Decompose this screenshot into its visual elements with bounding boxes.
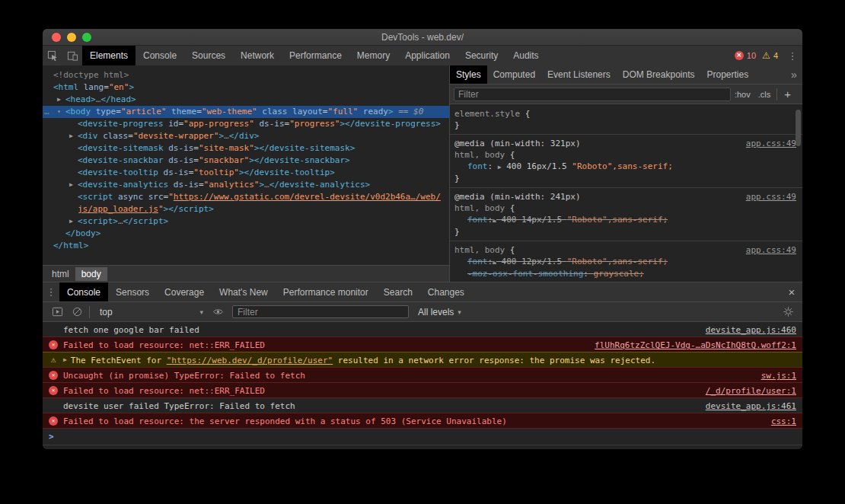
dom-tree-row[interactable]: js/app_loader.js"></script>	[43, 203, 449, 215]
css-property[interactable]: font:▶ 400 14px/1.5 "Roboto",sans-serif;	[454, 214, 789, 226]
new-style-rule-button[interactable]: +	[780, 88, 799, 100]
drawer-tab-sensors[interactable]: Sensors	[108, 282, 157, 301]
console-prompt[interactable]: >	[43, 429, 802, 445]
scrollbar-thumb[interactable]	[796, 110, 801, 146]
tab-sources[interactable]: Sources	[184, 46, 233, 65]
console-message[interactable]: ✕Failed to load resource: the server res…	[43, 413, 802, 429]
message-icon-spacer	[49, 401, 58, 410]
dom-tree-row[interactable]: <devsite-snackbar ds-is="snackbar"></dev…	[43, 155, 449, 167]
dom-tree-row[interactable]: <html lang="en">	[43, 81, 449, 94]
css-property[interactable]: font:▶ 400 12px/1.5 "Roboto",sans-serif;	[454, 256, 789, 268]
more-tabs-icon[interactable]: »	[786, 65, 802, 84]
window-titlebar[interactable]: DevTools - web.dev/	[43, 29, 802, 46]
close-window-button[interactable]	[52, 33, 61, 42]
sidebar-tab-styles[interactable]: Styles	[450, 65, 487, 84]
dom-tree-row[interactable]: <devsite-progress id="app-progress" ds-i…	[43, 118, 449, 130]
expand-arrow-icon[interactable]: ▾	[57, 106, 61, 118]
dom-tree-row[interactable]: <!doctype html>	[43, 69, 449, 81]
sidebar-tab-dom-breakpoints[interactable]: DOM Breakpoints	[617, 65, 701, 84]
expand-arrow-icon[interactable]: ▶	[69, 215, 73, 228]
style-rule: app.css:49@media (min-width: 321px)html,…	[450, 135, 802, 188]
tab-security[interactable]: Security	[458, 46, 505, 65]
error-count-badge[interactable]: ✕ 10	[735, 51, 756, 60]
source-location-link[interactable]: css:1	[771, 416, 796, 426]
expand-arrow-icon[interactable]: ▶	[69, 179, 73, 191]
drawer-tab-console[interactable]: Console	[59, 282, 108, 301]
dom-tree-row[interactable]: ▶<devsite-analytics ds-is="analytics">…<…	[43, 179, 449, 191]
clear-console-icon[interactable]	[67, 306, 87, 317]
rule-selector[interactable]: html, body {	[454, 244, 789, 256]
styles-filter-input[interactable]	[454, 88, 731, 101]
source-location-link[interactable]: sw.js:1	[761, 370, 796, 381]
console-message[interactable]: ✕Failed to load resource: net::ERR_FAILE…	[43, 337, 802, 352]
dom-tree-row[interactable]: ▶<div class="devsite-wrapper">…</div>	[43, 130, 449, 142]
element-classes-toggle[interactable]: .cls	[754, 90, 775, 99]
pseudo-state-toggle[interactable]: :hov	[731, 90, 754, 99]
execution-context-select[interactable]: top ▾	[95, 307, 208, 317]
expand-arrow-icon[interactable]: ▶	[63, 356, 67, 363]
sidebar-tab-computed[interactable]: Computed	[487, 65, 541, 84]
css-property[interactable]: -moz-osx-font-smoothing: grayscale;	[454, 268, 789, 279]
tab-console[interactable]: Console	[136, 46, 184, 65]
more-options-icon[interactable]: ⋮	[784, 50, 801, 62]
expand-arrow-icon[interactable]: ▶	[69, 130, 73, 142]
drawer-tab-changes[interactable]: Changes	[420, 282, 472, 301]
rule-selector[interactable]: html, body {	[454, 203, 789, 214]
source-location-link[interactable]: flUhRq6tzZclQEJ-Vdg-…aDsNcIhQ8tQ.woff2:1	[595, 340, 796, 350]
drawer-tab-performance-monitor[interactable]: Performance monitor	[276, 282, 376, 301]
zoom-window-button[interactable]	[82, 33, 91, 42]
error-count: 10	[747, 51, 756, 60]
stylesheet-link[interactable]: app.css:49	[746, 191, 796, 203]
sidebar-tab-properties[interactable]: Properties	[700, 65, 754, 84]
stylesheet-link[interactable]: app.css:49	[746, 244, 796, 256]
rule-selector[interactable]: element.style {	[454, 108, 789, 120]
css-property[interactable]: font: ▶ 400 16px/1.5 "Roboto",sans-serif…	[454, 161, 789, 173]
source-location-link[interactable]: /_d/profile/user:1	[706, 385, 796, 396]
drawer-tab-search[interactable]: Search	[376, 282, 420, 301]
console-filter-input[interactable]	[232, 305, 409, 318]
minimize-window-button[interactable]	[67, 33, 76, 42]
source-location-link[interactable]: devsite_app.js:460	[706, 324, 796, 335]
breadcrumb-item-html[interactable]: html	[46, 267, 75, 281]
rule-selector[interactable]: html, body {	[454, 149, 789, 161]
source-location-link[interactable]: devsite_app.js:461	[706, 400, 796, 411]
drawer-tab-what-s-new[interactable]: What's New	[212, 282, 276, 301]
warning-count-badge[interactable]: ⚠ 4	[762, 51, 778, 60]
device-toolbar-icon[interactable]	[62, 46, 82, 65]
stylesheet-link[interactable]: app.css:49	[746, 138, 796, 149]
dom-tree-row[interactable]: ▶<head>…</head>	[43, 94, 449, 106]
tab-performance[interactable]: Performance	[282, 46, 349, 65]
dom-tree-row[interactable]: </body>	[43, 228, 449, 240]
dom-tree-row[interactable]: ▶<script>…</script>	[43, 215, 449, 228]
console-message[interactable]: ✕Failed to load resource: net::ERR_FAILE…	[43, 382, 802, 398]
node-overflow-menu-icon[interactable]: …	[44, 106, 49, 118]
sidebar-tab-event-listeners[interactable]: Event Listeners	[541, 65, 617, 84]
console-settings-icon[interactable]	[778, 306, 798, 317]
dom-tree-row[interactable]: <devsite-tooltip ds-is="tooltip"></devsi…	[43, 167, 449, 179]
console-message[interactable]: ✕Uncaught (in promise) TypeError: Failed…	[43, 367, 802, 383]
log-level-select[interactable]: All levels ▾	[413, 307, 466, 317]
dom-tree-row[interactable]: <script async src="https://www.gstatic.c…	[43, 191, 449, 203]
tab-application[interactable]: Application	[397, 46, 458, 65]
expand-arrow-icon[interactable]: ▶	[57, 94, 61, 106]
tab-network[interactable]: Network	[233, 46, 282, 65]
tab-memory[interactable]: Memory	[349, 46, 397, 65]
code-segment: "web-theme"	[202, 107, 257, 116]
breadcrumb-item-body[interactable]: body	[75, 267, 107, 281]
dom-tree-row[interactable]: …▾<body type="article" theme="web-theme"…	[43, 106, 449, 118]
inspect-element-icon[interactable]	[43, 46, 62, 65]
console-sidebar-icon[interactable]	[47, 306, 67, 317]
tab-audits[interactable]: Audits	[505, 46, 546, 65]
dom-tree-row[interactable]: <devsite-sitemask ds-is="site-mask"></de…	[43, 142, 449, 155]
drawer-tab-coverage[interactable]: Coverage	[157, 282, 212, 301]
code-segment: ></script>	[164, 204, 214, 214]
console-message[interactable]: fetch one google bar faileddevsite_app.j…	[43, 322, 802, 337]
console-message[interactable]: devsite user failed TypeError: Failed to…	[43, 398, 802, 413]
drawer-menu-icon[interactable]: ⋮	[43, 282, 59, 301]
live-expression-icon[interactable]	[208, 306, 228, 317]
console-message[interactable]: ⚠▶The FetchEvent for "https://web.dev/_d…	[43, 352, 802, 368]
tab-elements[interactable]: Elements	[82, 46, 136, 65]
close-drawer-icon[interactable]: ×	[781, 282, 802, 301]
code-segment: ds-is	[168, 155, 193, 165]
dom-tree-row[interactable]: </html>	[43, 240, 449, 252]
